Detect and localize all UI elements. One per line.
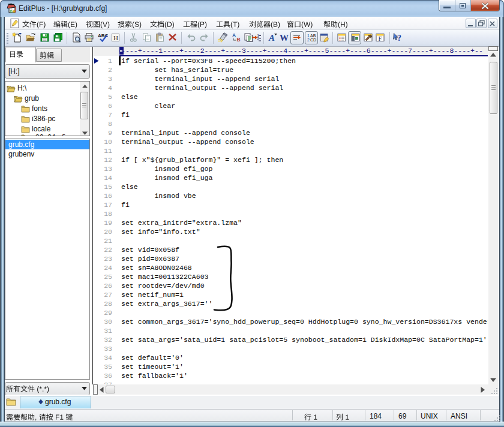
svg-text:CD: CD — [310, 38, 316, 42]
svg-text:W: W — [280, 33, 289, 43]
svg-text:F: F — [379, 35, 382, 42]
svg-text:?: ? — [397, 34, 401, 43]
svg-text:B: B — [237, 37, 241, 43]
svg-text:A: A — [268, 33, 275, 43]
svg-text:A: A — [232, 32, 236, 38]
svg-text:AB: AB — [310, 34, 316, 38]
svg-text:2: 2 — [307, 38, 310, 42]
svg-text:H: H — [113, 34, 118, 41]
svg-text:1: 1 — [307, 34, 310, 38]
